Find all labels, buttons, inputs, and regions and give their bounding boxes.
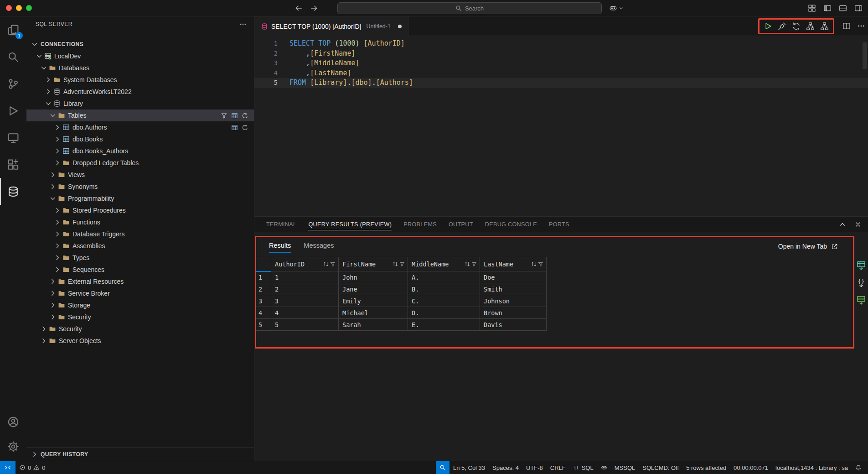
activity-item-sql-server[interactable]	[0, 178, 26, 205]
code-line-1[interactable]: 1 SELECT TOP (1000) [AuthorID]	[254, 39, 868, 49]
grid-cell[interactable]: 2	[271, 283, 339, 295]
status-item-language-mode[interactable]: {}SQL	[569, 461, 597, 474]
tree-item-assemblies[interactable]: Assemblies	[26, 240, 254, 252]
results-view-tab-results[interactable]: Results	[269, 237, 291, 254]
grid-cell[interactable]: 1	[271, 271, 339, 283]
grid-cell[interactable]: A.	[408, 271, 480, 283]
grid-cell[interactable]: Brown	[480, 307, 547, 319]
grid-cell[interactable]: Johnson	[480, 295, 547, 307]
actual-plan-icon[interactable]	[820, 22, 829, 31]
grid-column-header-middlename[interactable]: MiddleName	[408, 257, 480, 271]
go-back-button[interactable]	[294, 4, 303, 12]
code-line-4[interactable]: 4 ,[LastName]	[254, 68, 868, 78]
filter-icon[interactable]	[399, 261, 405, 267]
panel-tab-query-results-preview[interactable]: QUERY RESULTS (PREVIEW)	[308, 217, 392, 232]
tree-item-dbo-books[interactable]: dbo.Books	[26, 133, 254, 145]
sort-icon[interactable]	[464, 261, 470, 267]
tree-item-localdev[interactable]: LocalDev	[26, 50, 254, 62]
status-item-copilot-status[interactable]	[597, 461, 611, 474]
run-query-icon[interactable]	[764, 22, 772, 31]
grid-cell[interactable]: 5	[271, 319, 339, 331]
tree-item-server-objects[interactable]: Server Objects	[26, 335, 254, 347]
row-number-cell[interactable]: 2	[256, 283, 271, 295]
connect-icon[interactable]	[778, 22, 786, 31]
status-item-problems[interactable]: 00	[16, 461, 49, 474]
status-item-indentation[interactable]: Spaces: 4	[489, 461, 522, 474]
status-item-notifications[interactable]	[852, 461, 865, 474]
tree-item-views[interactable]: Views	[26, 169, 254, 181]
table-icon[interactable]	[231, 112, 238, 119]
status-item-encoding[interactable]: UTF-8	[522, 461, 547, 474]
tree-item-service-broker[interactable]: Service Broker	[26, 287, 254, 299]
sort-icon[interactable]	[323, 261, 329, 267]
minimize-window-button[interactable]	[16, 5, 22, 11]
status-item-sqlcmd[interactable]: SQLCMD: Off	[639, 461, 682, 474]
status-item-cursor-position[interactable]: Ln 5, Col 33	[450, 461, 489, 474]
results-view-tab-messages[interactable]: Messages	[304, 237, 334, 254]
tree-item-dbo-books-authors[interactable]: dbo.Books_Authors	[26, 145, 254, 157]
customize-layout-icon[interactable]	[808, 4, 816, 12]
code-line-3[interactable]: 3 ,[MiddleName]	[254, 58, 868, 68]
filter-icon[interactable]	[221, 112, 227, 119]
code-line-5[interactable]: 5 FROM [Library].[dbo].[Authors]	[254, 78, 868, 88]
row-number-cell[interactable]: 1	[256, 271, 271, 283]
grid-cell[interactable]: 3	[271, 295, 339, 307]
activity-item-accounts[interactable]	[0, 410, 26, 434]
tree-item-security[interactable]: Security	[26, 323, 254, 335]
status-item-mssql-provider[interactable]: MSSQL	[611, 461, 639, 474]
tree-item-dropped-ledger-tables[interactable]: Dropped Ledger Tables	[26, 157, 254, 169]
tree-item-types[interactable]: Types	[26, 252, 254, 264]
chevron-up-icon[interactable]	[839, 221, 846, 228]
layout-panel-icon[interactable]	[839, 4, 847, 12]
close-icon[interactable]	[854, 221, 862, 228]
query-history-section-header[interactable]: QUERY HISTORY	[26, 447, 254, 461]
activity-item-explorer[interactable]: 1	[0, 16, 26, 43]
command-center-search[interactable]: Search	[337, 2, 602, 14]
activity-item-run-debug[interactable]	[0, 97, 26, 124]
tree-item-library[interactable]: Library	[26, 98, 254, 109]
zoom-window-button[interactable]	[26, 5, 32, 11]
tree-item-databases[interactable]: Databases	[26, 62, 254, 74]
change-connection-icon[interactable]	[792, 22, 801, 31]
grid-cell[interactable]: C.	[408, 295, 480, 307]
estimated-plan-icon[interactable]	[806, 22, 815, 31]
sort-icon[interactable]	[531, 261, 537, 267]
grid-column-header-firstname[interactable]: FirstName	[339, 257, 408, 271]
tree-item-functions[interactable]: Functions	[26, 216, 254, 228]
activity-item-search[interactable]	[0, 43, 26, 70]
row-number-cell[interactable]: 5	[256, 319, 271, 331]
more-actions-icon[interactable]	[239, 21, 247, 28]
grid-cell[interactable]: Michael	[339, 307, 408, 319]
grid-cell[interactable]: D.	[408, 307, 480, 319]
row-number-cell[interactable]: 4	[256, 307, 271, 319]
grid-cell[interactable]: Smith	[480, 283, 547, 295]
grid-cell[interactable]: Sarah	[339, 319, 408, 331]
save-json-icon[interactable]: {}	[856, 278, 866, 288]
grid-corner-cell[interactable]	[256, 257, 271, 271]
open-in-new-tab-button[interactable]: Open in New Tab	[778, 243, 838, 250]
layout-sidebar-right-icon[interactable]	[854, 4, 863, 12]
grid-cell[interactable]: B.	[408, 283, 480, 295]
panel-tab-terminal[interactable]: TERMINAL	[266, 217, 296, 232]
refresh-icon[interactable]	[242, 124, 248, 131]
editor-scrollbar[interactable]	[863, 42, 867, 69]
tree-item-adventureworkslt2022[interactable]: AdventureWorksLT2022	[26, 86, 254, 98]
tree-item-security[interactable]: Security	[26, 311, 254, 323]
grid-cell[interactable]: Jane	[339, 283, 408, 295]
save-excel-icon[interactable]	[856, 295, 866, 305]
row-number-cell[interactable]: 3	[256, 295, 271, 307]
activity-item-settings[interactable]	[0, 434, 26, 459]
tree-item-programmability[interactable]: Programmability	[26, 193, 254, 204]
filter-icon[interactable]	[330, 261, 336, 267]
activity-item-remote-explorer[interactable]	[0, 124, 26, 151]
tree-item-database-triggers[interactable]: Database Triggers	[26, 228, 254, 240]
layout-sidebar-left-icon[interactable]	[823, 4, 832, 12]
activity-item-extensions[interactable]	[0, 151, 26, 178]
tree-item-sequences[interactable]: Sequences	[26, 264, 254, 276]
grid-cell[interactable]: Doe	[480, 271, 547, 283]
panel-tab-problems[interactable]: PROBLEMS	[403, 217, 437, 232]
tree-item-dbo-authors[interactable]: dbo.Authors	[26, 121, 254, 133]
grid-cell[interactable]: Emily	[339, 295, 408, 307]
panel-tab-output[interactable]: OUTPUT	[449, 217, 473, 232]
sort-icon[interactable]	[392, 261, 398, 267]
